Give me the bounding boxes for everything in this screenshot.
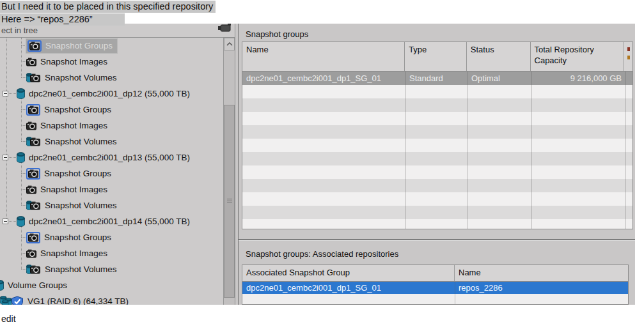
table-grid-line (531, 72, 532, 229)
associated-repositories-table: Associated Snapshot Group Name dpc2ne01_… (242, 264, 629, 305)
cylinder-cluster-icon (0, 295, 24, 305)
cell-type: Standard (405, 72, 467, 85)
camera-icon (26, 249, 36, 258)
tree-node-snapshot-volumes[interactable]: Snapshot Volumes (0, 197, 248, 213)
camera-stack-icon (27, 40, 42, 52)
cell-status: Optimal (467, 72, 531, 85)
camera-cylinder-icon (26, 136, 41, 147)
tree-node-snapshot-volumes[interactable]: Snapshot Volumes (0, 134, 248, 150)
column-header-type[interactable]: Type (405, 42, 467, 71)
camera-icon (26, 121, 36, 130)
tree-node-snapshot-groups[interactable]: Snapshot Groups (0, 165, 248, 181)
clipped-header-fragment (627, 47, 630, 51)
footer-text-clipped: edit (1, 314, 16, 322)
tree-panel-header-label: ect in tree (1, 26, 38, 35)
associated-repository-row-selected[interactable]: dpc2ne01_cembc2i001_dp1_SG_01 repos_2286 (242, 282, 628, 294)
camera-icon (26, 185, 36, 194)
table-grid-line (405, 72, 406, 229)
empty-row-stripes (242, 85, 632, 229)
snapshot-groups-table-header: Name Type Status Total Repository Capaci… (242, 42, 632, 72)
table-grid-line (625, 72, 626, 229)
tree-node-snapshot-groups[interactable]: Snapshot Groups (0, 38, 248, 54)
snapshot-group-row-selected[interactable]: dpc2ne01_cembc2i001_dp1_SG_01 Standard O… (242, 72, 632, 85)
app-window: ect in tree (0, 24, 635, 305)
minus-box-icon[interactable] (3, 218, 8, 224)
clipped-header-fragment (627, 56, 630, 59)
annotation-line-2: Here => “repos_2286” (0, 13, 125, 26)
associated-repositories-table-header: Associated Snapshot Group Name (242, 265, 628, 282)
column-header-status[interactable]: Status (467, 42, 531, 71)
camera-icon (26, 57, 36, 66)
column-header-name[interactable]: Name (455, 265, 628, 281)
tree-node-snapshot-volumes[interactable]: Snapshot Volumes (0, 70, 248, 86)
camera-side-icon (218, 24, 232, 35)
panel-divider-horizontal[interactable] (239, 239, 635, 241)
camera-stack-icon (26, 168, 40, 180)
tree-node-volume-groups[interactable]: Volume Groups (0, 277, 222, 293)
tree-panel-header: ect in tree (0, 24, 235, 38)
cylinder-icon (17, 88, 25, 99)
tree-node-snapshot-groups[interactable]: Snapshot Groups (0, 229, 248, 245)
camera-stack-icon (26, 232, 40, 243)
shield-check-icon (12, 296, 23, 305)
tree-node-snapshot-groups[interactable]: Snapshot Groups (0, 102, 248, 118)
column-header-name[interactable]: Name (242, 42, 405, 71)
tree-node-snapshot-images[interactable]: Snapshot Images (0, 54, 248, 70)
empty-row-area (242, 294, 628, 304)
table-grid-line (455, 282, 455, 304)
associated-repositories-title: Snapshot groups: Associated repositories (246, 249, 398, 259)
tree-selection-highlight: Snapshot Groups (26, 39, 117, 53)
snapshot-groups-title: Snapshot groups (246, 29, 308, 39)
tree-node-snapshot-images[interactable]: Snapshot Images (0, 118, 248, 134)
minus-box-icon[interactable] (3, 155, 8, 160)
cylinder-icon (0, 280, 4, 291)
screenshot-canvas: But I need it to be placed in this speci… (0, 0, 644, 322)
tree-node-snapshot-images[interactable]: Snapshot Images (0, 181, 248, 197)
column-header-total-repository-capacity[interactable]: Total Repository Capacity (531, 42, 625, 71)
tree-node-disk-pool-dp12[interactable]: dpc2ne01_cembc2i001_dp12 (55,000 TB) (0, 86, 224, 102)
annotation-line-1: But I need it to be placed in this speci… (0, 1, 216, 13)
camera-stack-icon (26, 104, 40, 116)
cell-name: dpc2ne01_cembc2i001_dp1_SG_01 (242, 72, 405, 85)
tree-panel: ect in tree (0, 24, 235, 305)
tree-node-vg1[interactable]: VG1 (RAID 6) (64,334 TB) (0, 293, 222, 305)
cylinder-icon (17, 216, 25, 227)
camera-cylinder-icon (26, 72, 41, 83)
tree-node-snapshot-volumes[interactable]: Snapshot Volumes (0, 261, 248, 277)
cell-total-repository-capacity: 9 216,000 GB (531, 72, 625, 85)
snapshot-groups-table: Name Type Status Total Repository Capaci… (242, 42, 633, 229)
tree-node-snapshot-images[interactable]: Snapshot Images (0, 245, 248, 261)
column-header-associated-snapshot-group[interactable]: Associated Snapshot Group (242, 265, 455, 281)
cell-associated-snapshot-group: dpc2ne01_cembc2i001_dp1_SG_01 (242, 282, 455, 294)
table-grid-line (467, 72, 468, 229)
cell-name: repos_2286 (455, 282, 628, 294)
minus-box-icon[interactable] (3, 91, 8, 96)
cylinder-icon (17, 152, 25, 163)
tree-node-disk-pool-dp13[interactable]: dpc2ne01_cembc2i001_dp13 (55,000 TB) (0, 150, 224, 165)
tree-node-disk-pool-dp14[interactable]: dpc2ne01_cembc2i001_dp14 (55,000 TB) (0, 213, 224, 229)
camera-cylinder-icon (26, 264, 41, 275)
camera-cylinder-icon (26, 200, 41, 211)
